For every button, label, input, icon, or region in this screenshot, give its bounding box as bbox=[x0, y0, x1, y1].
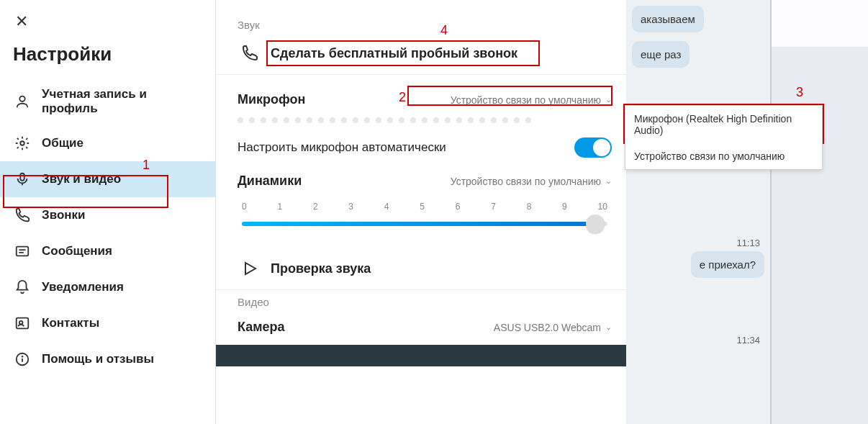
person-icon bbox=[13, 92, 32, 111]
svg-rect-3 bbox=[17, 246, 29, 256]
sidebar-item-label: Помощь и отзывы bbox=[42, 352, 154, 366]
svg-point-1 bbox=[20, 141, 24, 145]
background-pane bbox=[770, 0, 868, 424]
test-sound-label: Проверка звука bbox=[271, 261, 371, 276]
close-icon[interactable]: ✕ bbox=[7, 7, 36, 36]
sidebar-item-messages[interactable]: Сообщения bbox=[0, 233, 215, 269]
sidebar-title: Настройки bbox=[0, 36, 215, 78]
annotation-number: 4 bbox=[440, 23, 448, 38]
svg-point-10 bbox=[22, 356, 23, 357]
chat-timestamp: 11:13 bbox=[632, 238, 760, 248]
test-call-label: Сделать бесплатный пробный звонок bbox=[271, 46, 517, 61]
mic-device-option[interactable]: Устройство связи по умолчанию bbox=[625, 143, 822, 169]
microphone-icon bbox=[13, 170, 32, 189]
slider-handle[interactable] bbox=[586, 215, 605, 233]
info-icon bbox=[13, 350, 32, 369]
camera-label: Камера bbox=[238, 320, 285, 335]
mic-device-dropdown[interactable]: Устройство связи по умолчанию ⌄ bbox=[451, 94, 612, 106]
svg-point-0 bbox=[19, 96, 24, 102]
phone-icon bbox=[13, 206, 32, 225]
chevron-down-icon: ⌄ bbox=[605, 176, 612, 186]
section-sound-label: Звук bbox=[238, 19, 612, 31]
section-video-label: Видео bbox=[238, 296, 612, 308]
sidebar-item-help[interactable]: Помощь и отзывы bbox=[0, 341, 215, 377]
mic-device-menu: Микрофон (Realtek High Definition Audio)… bbox=[625, 105, 823, 170]
sidebar-item-label: Звук и видео bbox=[42, 172, 121, 186]
contacts-icon bbox=[13, 314, 32, 333]
chat-bubble: аказываем bbox=[632, 6, 704, 32]
camera-device-dropdown[interactable]: ASUS USB2.0 Webcam ⌄ bbox=[494, 322, 612, 333]
svg-marker-11 bbox=[245, 263, 256, 274]
svg-point-7 bbox=[19, 321, 23, 325]
settings-main: Звук Сделать бесплатный пробный звонок М… bbox=[216, 0, 626, 424]
phone-icon bbox=[240, 44, 259, 63]
auto-mic-toggle[interactable] bbox=[574, 137, 612, 158]
test-call-button[interactable]: Сделать бесплатный пробный звонок bbox=[238, 38, 612, 68]
sidebar-item-contacts[interactable]: Контакты bbox=[0, 305, 215, 341]
sidebar-item-notifications[interactable]: Уведомления bbox=[0, 269, 215, 305]
speakers-device-dropdown[interactable]: Устройство связи по умолчанию ⌄ bbox=[451, 176, 612, 187]
mic-device-option[interactable]: Микрофон (Realtek High Definition Audio) bbox=[625, 106, 822, 143]
annotation-number: 3 bbox=[796, 85, 803, 100]
bell-icon bbox=[13, 278, 32, 297]
settings-sidebar: ✕ Настройки Учетная запись и профиль Общ… bbox=[0, 0, 216, 424]
chevron-down-icon: ⌄ bbox=[605, 95, 612, 104]
sidebar-item-label: Учетная запись и профиль bbox=[42, 87, 202, 117]
test-sound-button[interactable]: Проверка звука bbox=[238, 253, 612, 284]
mic-level-meter bbox=[238, 113, 612, 130]
slider-ticks: 012345678910 bbox=[238, 199, 612, 213]
speakers-label: Динамики bbox=[238, 173, 302, 189]
divider bbox=[216, 289, 626, 290]
sidebar-item-label: Уведомления bbox=[42, 280, 124, 294]
speakers-device-value: Устройство связи по умолчанию bbox=[451, 176, 601, 187]
chat-timestamp: 11:34 bbox=[632, 335, 760, 346]
play-icon bbox=[240, 259, 259, 278]
chat-bubble: еще раз bbox=[632, 41, 690, 68]
mic-label: Микрофон bbox=[238, 92, 305, 107]
volume-slider[interactable]: 012345678910 bbox=[238, 194, 612, 232]
mic-device-value: Устройство связи по умолчанию bbox=[451, 94, 601, 106]
camera-device-value: ASUS USB2.0 Webcam bbox=[494, 322, 601, 333]
sidebar-item-label: Сообщения bbox=[42, 244, 112, 258]
annotation-number: 2 bbox=[399, 90, 406, 105]
sidebar-item-label: Контакты bbox=[42, 316, 99, 330]
svg-rect-2 bbox=[20, 173, 24, 181]
message-icon bbox=[13, 242, 32, 261]
divider bbox=[216, 74, 626, 75]
sidebar-item-general[interactable]: Общие bbox=[0, 125, 215, 161]
sidebar-item-audio-video[interactable]: Звук и видео bbox=[0, 161, 215, 197]
gear-icon bbox=[13, 134, 32, 153]
sidebar-item-label: Звонки bbox=[42, 208, 86, 222]
annotation-number: 1 bbox=[143, 158, 150, 173]
sidebar-item-calls[interactable]: Звонки bbox=[0, 197, 215, 233]
chat-pane: аказываем еще раз ls/467892/ 11:13 е при… bbox=[626, 0, 770, 424]
chat-bubble: е приехал? bbox=[691, 251, 764, 278]
auto-mic-label: Настроить микрофон автоматически bbox=[238, 140, 446, 155]
sidebar-item-label: Общие bbox=[42, 136, 83, 150]
sidebar-item-account[interactable]: Учетная запись и профиль bbox=[0, 78, 215, 125]
chevron-down-icon: ⌄ bbox=[605, 322, 612, 332]
camera-preview bbox=[216, 345, 626, 366]
